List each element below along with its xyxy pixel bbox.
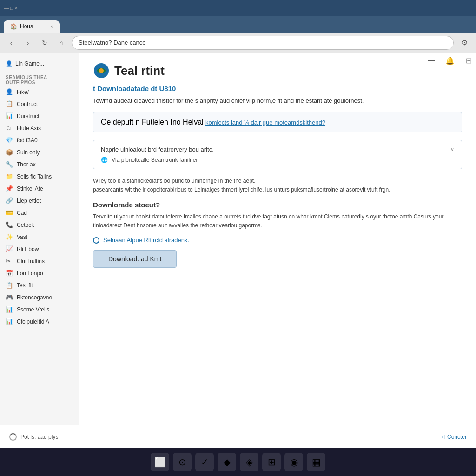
sidebar-item-0[interactable]: 👤 Fike/	[0, 86, 79, 98]
nav-home-button[interactable]: ⌂	[55, 36, 68, 49]
sidebar-label-17: Bktoncegavne	[17, 294, 52, 301]
user-avatar-icon: 👤	[6, 60, 13, 67]
taskbar-icon-7[interactable]: ▦	[307, 453, 325, 471]
sidebar-icon-13: 📈	[6, 245, 13, 253]
sidebar-icon-16: 📋	[6, 282, 13, 289]
app-logo-area: Teal rtint	[93, 62, 462, 79]
bottom-status-bar: Pot ls, aad plys →l Concter	[0, 425, 476, 448]
sidebar-label-11: Cetock	[17, 222, 34, 228]
sidebar-icon-19: 📊	[6, 318, 13, 325]
radio-option[interactable]: Selnaan Alpue Rftircld alradenk.	[93, 237, 462, 244]
sidebar-icon-1: 📋	[6, 100, 13, 108]
sidebar-label-3: Flute Axis	[17, 125, 41, 132]
taskbar-icon-5[interactable]: ⊞	[262, 453, 281, 471]
sidebar-item-4[interactable]: 💎 fod f3A0	[0, 134, 79, 146]
sidebar-username: Lin Game...	[15, 60, 44, 67]
sidebar-item-2[interactable]: 📊 Durstruct	[0, 110, 79, 122]
taskbar-icon-3[interactable]: ◆	[218, 453, 236, 471]
sidebar-label-19: Cfolpuleltid A	[17, 318, 49, 325]
sidebar-label-15: Lon Lonpo	[17, 270, 43, 277]
sidebar-item-12[interactable]: ✨ Vast	[0, 231, 79, 243]
sidebar-item-16[interactable]: 📋 Test fit	[0, 279, 79, 291]
page-action-icons: — 🔔 ⊞	[424, 53, 476, 68]
radio-circle	[93, 237, 99, 244]
svg-point-1	[99, 68, 104, 73]
page-title: Teal rtint	[114, 64, 165, 78]
sidebar: 👤 Lin Game... Seamious thea outfipmos 👤 …	[0, 53, 79, 425]
option-main-text: Naprie ulnioalout brd featrorvery bou ar…	[101, 146, 214, 153]
sidebar-icon-10: 💳	[6, 209, 13, 217]
browser-content: 👤 Lin Game... Seamious thea outfipmos 👤 …	[0, 53, 476, 425]
taskbar-icon-6[interactable]: ◉	[284, 453, 303, 471]
bottom-status-text: Pot ls, aad plys	[20, 434, 58, 440]
menu-icon[interactable]: ⊞	[461, 53, 476, 68]
sidebar-item-7[interactable]: 📁 Sells fic Talins	[0, 171, 79, 183]
sidebar-item-14[interactable]: ✂ Clut frultins	[0, 255, 79, 267]
nav-refresh-button[interactable]: ↻	[38, 36, 51, 49]
sidebar-item-19[interactable]: 📊 Cfolpuleltid A	[0, 316, 79, 328]
option-chevron-icon: ∨	[450, 146, 454, 152]
taskbar-icon-1[interactable]: ⊙	[173, 453, 192, 471]
sidebar-icon-0: 👤	[6, 88, 13, 96]
section2-title: Downlorade stoeut?	[93, 201, 462, 209]
minimize-icon[interactable]: —	[424, 53, 439, 68]
sidebar-item-17[interactable]: 🎮 Bktoncegavne	[0, 291, 79, 304]
browser-tab[interactable]: 🏠 Hous ×	[4, 20, 60, 33]
sidebar-item-13[interactable]: 📈 Rli Ebow	[0, 243, 79, 255]
sidebar-item-5[interactable]: 📦 Suln only	[0, 146, 79, 159]
sidebar-icon-2: 📊	[6, 112, 13, 120]
sidebar-icon-11: 📞	[6, 221, 13, 229]
sidebar-label-2: Durstruct	[17, 113, 40, 119]
nav-back-button[interactable]: ‹	[5, 36, 18, 49]
page-subtitle: t Downloadatade dt U810	[93, 85, 462, 93]
sidebar-label-9: Liep ettlet	[17, 198, 41, 204]
nav-forward-button[interactable]: ›	[21, 36, 34, 49]
option-sub-text: Vla plbnoltealle Seamtronk fanilner.	[112, 157, 199, 163]
sidebar-icon-5: 📦	[6, 149, 13, 156]
option-sub-row: 🌐 Vla plbnoltealle Seamtronk fanilner.	[101, 157, 454, 163]
sidebar-icon-6: 🔧	[6, 161, 13, 168]
browser-settings-button[interactable]: ⚙	[457, 36, 471, 50]
main-content: — 🔔 ⊞ Teal rtint t Downloadatade dt U810…	[79, 53, 476, 425]
sidebar-item-11[interactable]: 📞 Cetock	[0, 219, 79, 231]
window-controls: — □ ×	[4, 5, 21, 11]
taskbar-icon-0[interactable]: ⬜	[151, 453, 169, 471]
sidebar-icon-9: 🔗	[6, 197, 13, 205]
info-box-prefix: Oe depuft n Futlelen Ino Helval	[101, 118, 205, 126]
sidebar-label-16: Test fit	[17, 282, 33, 289]
section1-prefix: Wiley too b a stannckedlatfs bo puric to…	[93, 178, 256, 184]
option-sub-icon: 🌐	[101, 157, 108, 163]
sidebar-item-8[interactable]: 📌 Stinkel Ate	[0, 183, 79, 195]
page-description: Towmd audeat cleaved thistter for the s …	[93, 96, 462, 106]
notification-icon[interactable]: 🔔	[443, 53, 457, 68]
sidebar-label-10: Cad	[17, 210, 27, 216]
sidebar-item-15[interactable]: 📅 Lon Lonpo	[0, 267, 79, 279]
section1-body: Wiley too b a stannckedlatfs bo puric to…	[93, 177, 462, 194]
sidebar-label-13: Rli Ebow	[17, 246, 39, 252]
bottom-link[interactable]: →l Concter	[439, 434, 467, 440]
tab-close-button[interactable]: ×	[50, 24, 53, 29]
sidebar-label-5: Suln only	[17, 149, 40, 156]
info-box: Oe depuft n Futlelen Ino Helval komlects…	[93, 112, 462, 132]
sidebar-item-10[interactable]: 💳 Cad	[0, 207, 79, 219]
sidebar-item-9[interactable]: 🔗 Liep ettlet	[0, 195, 79, 207]
sidebar-icon-12: ✨	[6, 233, 13, 241]
sidebar-item-18[interactable]: 📊 Ssome Vrelis	[0, 304, 79, 316]
address-bar-row: ‹ › ↻ ⌂ ⚙	[0, 33, 476, 53]
taskbar-icon-2[interactable]: ✓	[195, 453, 214, 471]
app-logo	[93, 62, 110, 79]
taskbar-icon-4[interactable]: ◈	[240, 453, 258, 471]
loading-spinner-icon	[9, 433, 17, 441]
sidebar-label-1: Contruct	[17, 101, 38, 107]
download-button[interactable]: Download. ad Kmt	[93, 250, 177, 268]
sidebar-item-6[interactable]: 🔧 Thor ax	[0, 159, 79, 171]
sidebar-item-3[interactable]: 🗂 Flute Axis	[0, 122, 79, 134]
sidebar-icon-14: ✂	[6, 258, 13, 265]
info-box-link[interactable]: komlects land ¼ dair gue moteamdskithend…	[205, 119, 325, 126]
browser-top-bar: — □ ×	[0, 0, 476, 16]
address-input[interactable]	[72, 36, 454, 50]
sidebar-icon-3: 🗂	[6, 125, 13, 132]
sidebar-label-6: Thor ax	[17, 161, 36, 168]
sidebar-item-1[interactable]: 📋 Contruct	[0, 98, 79, 110]
sidebar-user: 👤 Lin Game...	[0, 57, 79, 71]
